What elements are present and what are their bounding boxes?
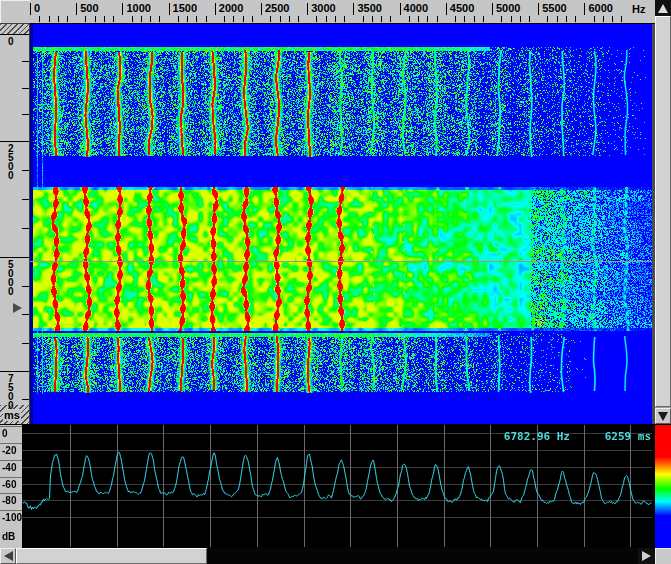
freq-minor-tick <box>67 16 68 22</box>
arrow-up-icon <box>658 4 668 13</box>
freq-minor-tick <box>326 16 327 22</box>
db-tick-line <box>0 460 22 461</box>
vertical-scrollbar-thumb[interactable] <box>655 16 671 407</box>
time-minor-tick <box>22 88 29 89</box>
freq-minor-tick <box>150 16 151 22</box>
freq-minor-tick <box>270 16 271 22</box>
freq-tick-label: 0 <box>34 3 40 13</box>
freq-minor-tick <box>566 16 567 22</box>
scroll-up-button[interactable] <box>655 0 671 16</box>
freq-minor-tick <box>474 16 475 22</box>
freq-minor-tick <box>612 16 613 22</box>
time-major-tick <box>0 34 29 35</box>
freq-minor-tick <box>49 16 50 22</box>
scrollbar-corner-box <box>655 548 671 564</box>
freq-major-tick <box>307 3 308 15</box>
freq-minor-tick <box>501 16 502 22</box>
freq-tick-label: 4500 <box>450 3 474 13</box>
freq-tick-label: 1000 <box>126 3 150 13</box>
freq-minor-tick <box>621 16 622 22</box>
freq-tick-label: 5000 <box>496 3 520 13</box>
time-tick-label: 0 <box>8 37 14 46</box>
freq-minor-tick <box>390 16 391 22</box>
db-ruler: dB 0-20-40-60-80-100 <box>0 425 22 548</box>
scroll-left-button[interactable] <box>0 548 16 564</box>
freq-minor-tick <box>298 16 299 22</box>
time-ruler: ms 02 5 0 05 0 0 07 5 0 0 <box>0 24 30 424</box>
time-major-tick <box>0 141 29 142</box>
freq-minor-tick <box>418 16 419 22</box>
freq-tick-label: 5500 <box>542 3 566 13</box>
freq-major-tick <box>122 3 123 15</box>
freq-major-tick <box>446 3 447 15</box>
freq-minor-tick <box>141 16 142 22</box>
freq-minor-tick <box>85 16 86 22</box>
freq-minor-tick <box>113 16 114 22</box>
freq-major-tick <box>76 3 77 15</box>
freq-tick-label: 3500 <box>357 3 381 13</box>
time-minor-tick <box>22 399 29 400</box>
freq-minor-tick <box>427 16 428 22</box>
spectrum-view[interactable] <box>22 425 652 547</box>
freq-minor-tick <box>437 16 438 22</box>
freq-tick-label: 3000 <box>311 3 335 13</box>
freq-major-tick <box>353 3 354 15</box>
time-minor-tick <box>22 170 29 171</box>
arrow-down-icon <box>658 412 668 421</box>
freq-minor-tick <box>196 16 197 22</box>
ruler-corner-box <box>0 0 31 24</box>
time-minor-tick <box>22 286 29 287</box>
db-tick-line <box>0 493 22 494</box>
freq-minor-tick <box>39 16 40 22</box>
db-tick-line <box>0 510 22 511</box>
freq-tick-label: 2000 <box>219 3 243 13</box>
freq-tick-label: 1500 <box>173 3 197 13</box>
time-minor-tick <box>22 228 29 229</box>
time-position-arrow-icon[interactable] <box>13 303 22 313</box>
freq-major-tick <box>400 3 401 15</box>
db-tick-line <box>0 477 22 478</box>
freq-minor-tick <box>381 16 382 22</box>
spectrogram-view[interactable] <box>30 24 652 424</box>
freq-tick-label: 6000 <box>588 3 612 13</box>
freq-major-tick <box>215 3 216 15</box>
time-minor-tick <box>22 314 29 315</box>
freq-minor-tick <box>511 16 512 22</box>
freq-minor-tick <box>409 16 410 22</box>
freq-minor-tick <box>557 16 558 22</box>
ruler-hatch-top <box>0 24 29 34</box>
frequency-readout: 6782.96 Hz <box>504 430 570 443</box>
arrow-left-icon <box>4 551 13 561</box>
time-tick-label: 7 5 0 0 <box>8 374 14 410</box>
freq-minor-tick <box>363 16 364 22</box>
scroll-down-button[interactable] <box>655 408 671 424</box>
time-minor-tick <box>22 343 29 344</box>
arrow-right-icon <box>642 551 651 561</box>
db-unit-label: dB <box>2 532 15 541</box>
horizontal-scrollbar-thumb[interactable] <box>16 548 207 564</box>
freq-minor-tick <box>520 16 521 22</box>
freq-minor-tick <box>206 16 207 22</box>
frequency-unit-label: Hz <box>632 3 645 15</box>
freq-tick-label: 500 <box>80 3 98 13</box>
freq-minor-tick <box>95 16 96 22</box>
freq-minor-tick <box>316 16 317 22</box>
freq-minor-tick <box>58 16 59 22</box>
freq-minor-tick <box>159 16 160 22</box>
horizontal-scrollbar[interactable] <box>0 548 671 564</box>
db-tick-line <box>0 426 22 427</box>
time-tick-label: 2 5 0 0 <box>8 144 14 180</box>
freq-minor-tick <box>224 16 225 22</box>
time-minor-tick <box>22 61 29 62</box>
vertical-scrollbar[interactable] <box>655 0 671 424</box>
freq-minor-tick <box>575 16 576 22</box>
scroll-right-button[interactable] <box>638 548 655 564</box>
freq-major-tick <box>261 3 262 15</box>
db-tick-line <box>0 443 22 444</box>
freq-tick-label: 2500 <box>265 3 289 13</box>
freq-minor-tick <box>233 16 234 22</box>
freq-minor-tick <box>335 16 336 22</box>
time-tick-label: 5 0 0 0 <box>8 260 14 296</box>
time-major-tick <box>0 371 29 372</box>
freq-major-tick <box>538 3 539 15</box>
